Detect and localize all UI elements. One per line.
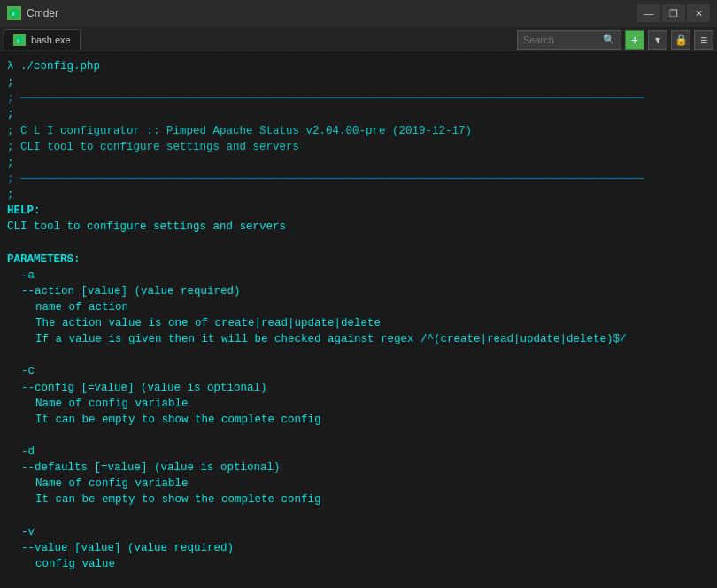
search-box[interactable]: 🔍 [517,30,621,50]
line-3: ; [7,106,710,122]
param-a-short: -a [7,267,710,283]
param-v-short: -v [7,524,710,540]
param-c-desc2: It can be empty to show the complete con… [7,412,710,428]
param-a-desc2: The action value is one of create|read|u… [7,315,710,331]
window-controls: — ❐ ✕ [637,4,710,22]
param-a-desc1: name of action [7,299,710,315]
header-line-2: ; CLI tool to configure settings and ser… [7,139,710,155]
param-v-long: --value [value] (value required) [7,540,710,556]
lock-button[interactable]: 🔒 [671,30,690,50]
tab-label: bash.exe [31,35,71,45]
divider-top: ; ──────────────────────────────────────… [7,90,710,106]
header-line-1: ; C L I configurator :: Pimped Apache St… [7,123,710,139]
svg-text:λ: λ [12,11,15,17]
blank-4 [7,508,710,524]
command-line: λ ./config.php [7,58,710,74]
restore-button[interactable]: ❐ [662,4,685,22]
param-c-short: -c [7,363,710,379]
tab-bar: λ bash.exe 🔍 + ▾ 🔒 ≡ [0,27,717,53]
param-c-desc1: Name of config variable [7,396,710,412]
blank-1 [7,235,710,251]
line-6: ; [7,155,710,171]
params-header: PARAMETERS: [7,251,710,267]
terminal-output[interactable]: λ ./config.php ; ; ─────────────────────… [0,53,717,588]
search-input[interactable] [523,35,603,45]
dropdown-button[interactable]: ▾ [648,30,667,50]
blank-5 [7,572,710,588]
help-header: HELP: [7,203,710,219]
param-a-desc3: If a value is given then it will be chec… [7,331,710,347]
title-bar: λ Cmder — ❐ ✕ [0,0,717,27]
add-tab-button[interactable]: + [625,30,644,50]
app-icon: λ [7,6,21,20]
line-1: ; [7,74,710,90]
help-text: CLI tool to configure settings and serve… [7,219,710,235]
param-a-long: --action [value] (value required) [7,283,710,299]
tab-icon: λ [13,34,26,46]
menu-button[interactable]: ≡ [694,30,713,50]
param-c-long: --config [=value] (value is optional) [7,380,710,396]
window-title: Cmder [27,7,637,19]
param-d-desc2: It can be empty to show the complete con… [7,491,710,507]
minimize-button[interactable]: — [637,4,660,22]
blank-3 [7,428,710,444]
search-icon: 🔍 [603,34,615,45]
line-8: ; [7,187,710,203]
param-d-desc1: Name of config variable [7,476,710,491]
param-v-desc1: config value [7,556,710,572]
svg-text:λ: λ [17,38,19,43]
param-d-long: --defaults [=value] (value is optional) [7,460,710,476]
divider-bottom: ; ──────────────────────────────────────… [7,171,710,187]
blank-2 [7,347,710,363]
close-button[interactable]: ✕ [687,4,710,22]
search-area: 🔍 + ▾ 🔒 ≡ [517,30,713,50]
param-d-short: -d [7,444,710,460]
tab-bash[interactable]: λ bash.exe [4,29,81,50]
